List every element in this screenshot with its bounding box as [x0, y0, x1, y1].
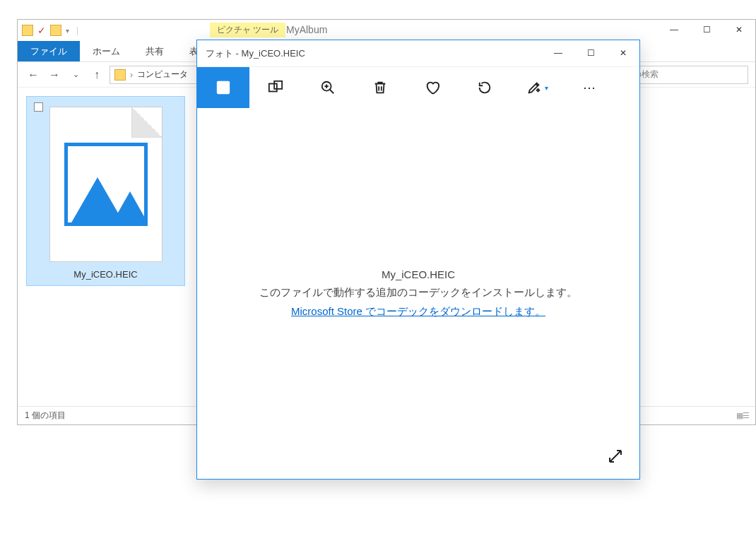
- view-mode-icons[interactable]: ▦ ☰: [736, 411, 748, 420]
- svg-line-5: [330, 90, 334, 94]
- item-count: 1 個の項目: [25, 410, 66, 422]
- tab-home[interactable]: ホーム: [80, 41, 133, 61]
- picture-tools-tab[interactable]: ピクチャ ツール: [210, 23, 285, 37]
- qat-dropdown-icon[interactable]: ▾: [66, 27, 69, 35]
- folder-icon: [50, 25, 61, 36]
- error-message: このファイルで動作する追加のコーデックをインストールします。: [259, 286, 577, 299]
- close-button[interactable]: ✕: [723, 20, 755, 40]
- minimize-button[interactable]: —: [658, 20, 690, 40]
- photos-content: My_iCEO.HEIC このファイルで動作する追加のコーデックをインストールし…: [197, 108, 639, 479]
- photos-window-controls: — ☐ ✕: [542, 40, 639, 66]
- svg-rect-3: [274, 81, 282, 89]
- edit-button[interactable]: ▾: [511, 67, 563, 108]
- explorer-titlebar[interactable]: ✓ ▾ | ピクチャ ツール MyAlbum — ☐ ✕: [18, 20, 755, 41]
- error-filename: My_iCEO.HEIC: [382, 268, 455, 280]
- breadcrumb-separator: ›: [130, 70, 133, 80]
- file-name: My_iCEO.HEIC: [73, 269, 137, 280]
- photos-titlebar[interactable]: フォト - My_iCEO.HEIC — ☐ ✕: [197, 40, 639, 67]
- chevron-down-icon: ▾: [545, 84, 548, 92]
- compare-button[interactable]: [249, 67, 302, 108]
- fullscreen-button[interactable]: [606, 446, 625, 466]
- zoom-button[interactable]: [302, 67, 354, 108]
- ellipsis-icon: ⋯: [583, 80, 596, 95]
- search-input[interactable]: の検索: [628, 66, 748, 84]
- view-image-button[interactable]: [197, 67, 249, 108]
- qat-divider: |: [76, 25, 78, 35]
- favorite-button[interactable]: [406, 67, 459, 108]
- photos-title-text: フォト - My_iCEO.HEIC: [206, 47, 305, 60]
- explorer-window-controls: — ☐ ✕: [658, 20, 755, 40]
- back-button[interactable]: ←: [25, 66, 42, 83]
- recent-dropdown[interactable]: ⌄: [67, 66, 84, 83]
- svg-point-1: [220, 84, 222, 86]
- delete-button[interactable]: [354, 67, 406, 108]
- tab-share[interactable]: 共有: [133, 41, 177, 61]
- window-title: MyAlbum: [286, 24, 327, 35]
- svg-rect-2: [269, 84, 277, 92]
- check-icon: ✓: [37, 25, 46, 36]
- close-button[interactable]: ✕: [607, 40, 639, 66]
- breadcrumb[interactable]: コンピュータ: [137, 69, 188, 81]
- maximize-button[interactable]: ☐: [574, 40, 607, 66]
- maximize-button[interactable]: ☐: [690, 20, 723, 40]
- photos-app-window: フォト - My_iCEO.HEIC — ☐ ✕ ▾ ⋯: [196, 40, 640, 480]
- file-item[interactable]: My_iCEO.HEIC: [26, 96, 185, 286]
- more-button[interactable]: ⋯: [563, 67, 615, 108]
- store-link[interactable]: Microsoft Store でコーデックをダウンロードします。: [291, 305, 545, 319]
- file-thumbnail: [49, 107, 163, 262]
- up-button[interactable]: ↑: [88, 66, 105, 83]
- tab-file[interactable]: ファイル: [18, 41, 80, 61]
- forward-button[interactable]: →: [46, 66, 63, 83]
- folder-icon: [114, 69, 126, 81]
- file-checkbox[interactable]: [34, 102, 43, 112]
- image-icon: [64, 143, 148, 226]
- folder-icon: [22, 25, 33, 36]
- rotate-button[interactable]: [459, 67, 511, 108]
- photos-toolbar: ▾ ⋯: [197, 67, 639, 108]
- minimize-button[interactable]: —: [542, 40, 574, 66]
